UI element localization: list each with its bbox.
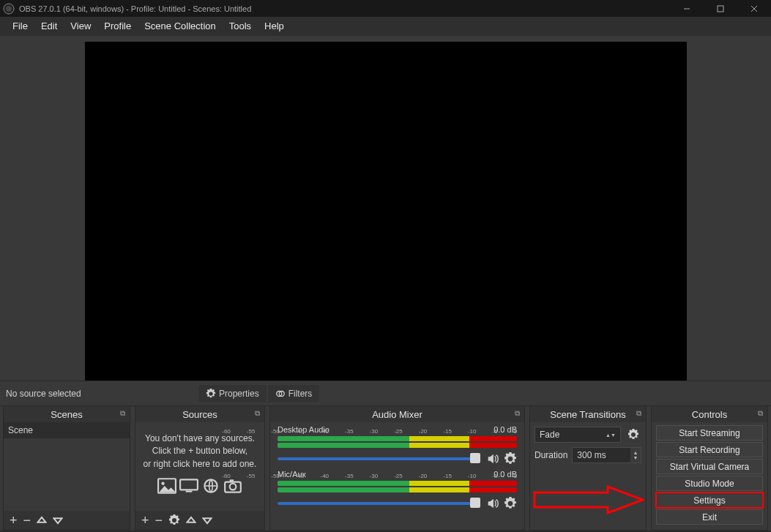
remove-scene-button[interactable]: − bbox=[23, 514, 31, 527]
start-streaming-button[interactable]: Start Streaming bbox=[656, 425, 763, 441]
sources-toolbar: + − bbox=[135, 511, 264, 530]
display-icon bbox=[179, 478, 198, 494]
scene-up-button[interactable] bbox=[37, 515, 47, 525]
menu-edit[interactable]: Edit bbox=[34, 17, 64, 36]
bottom-docks: Scenes ⧉ Scene + − Sources ⧉ You don't h… bbox=[0, 406, 771, 531]
transition-select[interactable]: Fade ▲▼ bbox=[535, 427, 621, 443]
scenes-dock: Scenes ⧉ Scene + − bbox=[3, 406, 130, 531]
menu-view[interactable]: View bbox=[64, 17, 97, 36]
sources-list[interactable]: You don't have any sources. Click the + … bbox=[135, 422, 264, 511]
svg-rect-10 bbox=[180, 480, 198, 490]
svg-rect-3 bbox=[718, 6, 723, 12]
speaker-icon[interactable] bbox=[486, 452, 499, 465]
close-button[interactable] bbox=[737, 0, 771, 17]
popout-icon[interactable]: ⧉ bbox=[758, 409, 763, 418]
gear-icon[interactable] bbox=[504, 497, 517, 510]
svg-rect-15 bbox=[230, 480, 234, 482]
menu-help[interactable]: Help bbox=[258, 17, 291, 36]
image-icon bbox=[157, 478, 176, 494]
popout-icon[interactable]: ⧉ bbox=[255, 409, 260, 418]
mixer-header: Audio Mixer ⧉ bbox=[270, 406, 524, 422]
transitions-header: Scene Transitions ⧉ bbox=[530, 406, 646, 422]
source-toolbar: No source selected Properties Filters bbox=[0, 381, 771, 406]
controls-header: Controls ⧉ bbox=[652, 406, 767, 422]
duration-spinbox[interactable]: 300 ms ▲▼ bbox=[572, 447, 641, 463]
scenes-toolbar: + − bbox=[4, 511, 130, 530]
transitions-dock: Scene Transitions ⧉ Fade ▲▼ Duration 300… bbox=[529, 406, 647, 531]
source-down-button[interactable] bbox=[202, 515, 212, 525]
add-source-button[interactable]: + bbox=[141, 514, 149, 527]
maximize-button[interactable] bbox=[704, 0, 737, 17]
add-scene-button[interactable]: + bbox=[10, 514, 18, 527]
menu-file[interactable]: File bbox=[6, 17, 34, 36]
preview-canvas[interactable] bbox=[85, 42, 687, 381]
duration-label: Duration bbox=[535, 450, 567, 460]
menu-bar: File Edit View Profile Scene Collection … bbox=[0, 17, 771, 36]
svg-point-14 bbox=[230, 484, 236, 490]
filters-label: Filters bbox=[288, 389, 313, 399]
menu-profile[interactable]: Profile bbox=[97, 17, 138, 36]
speaker-icon[interactable] bbox=[486, 497, 499, 510]
vu-meter: -60-55-50-45-40-35-30-25-20-15-10-50 bbox=[278, 481, 517, 494]
volume-slider[interactable] bbox=[278, 457, 480, 460]
filters-button[interactable]: Filters bbox=[267, 384, 321, 403]
minimize-button[interactable] bbox=[670, 0, 704, 17]
preview-area bbox=[0, 36, 771, 381]
audio-mixer-dock: Audio Mixer ⧉ Desktop Audio 0.0 dB -60-5… bbox=[269, 406, 525, 531]
annotation-arrow bbox=[533, 485, 644, 514]
source-properties-button[interactable] bbox=[168, 514, 180, 526]
spin-buttons[interactable]: ▲▼ bbox=[630, 448, 641, 462]
source-up-button[interactable] bbox=[186, 515, 196, 525]
gear-icon[interactable] bbox=[504, 452, 517, 465]
no-source-label: No source selected bbox=[0, 389, 198, 399]
popout-icon[interactable]: ⧉ bbox=[636, 409, 641, 418]
studio-mode-button[interactable]: Studio Mode bbox=[656, 476, 763, 491]
vu-meter: -60-55-50-45-40-35-30-25-20-15-10-50 bbox=[278, 436, 517, 449]
settings-button[interactable]: Settings bbox=[656, 492, 763, 508]
svg-point-9 bbox=[161, 482, 164, 485]
scene-list-item[interactable]: Scene bbox=[4, 422, 130, 438]
scenes-header: Scenes ⧉ bbox=[4, 406, 130, 422]
properties-button[interactable]: Properties bbox=[198, 384, 267, 403]
window-titlebar: OBS 27.0.1 (64-bit, windows) - Profile: … bbox=[0, 0, 771, 17]
menu-tools[interactable]: Tools bbox=[223, 17, 258, 36]
start-virtual-camera-button[interactable]: Start Virtual Camera bbox=[656, 459, 763, 474]
sources-dock: Sources ⧉ You don't have any sources. Cl… bbox=[135, 406, 265, 531]
camera-icon bbox=[223, 478, 242, 494]
mixer-track-mic-aux: Mic/Aux 0.0 dB -60-55-50-45-40-35-30-25-… bbox=[270, 467, 524, 512]
sources-header: Sources ⧉ bbox=[135, 406, 264, 422]
chevron-updown-icon: ▲▼ bbox=[606, 432, 616, 438]
start-recording-button[interactable]: Start Recording bbox=[656, 442, 763, 457]
popout-icon[interactable]: ⧉ bbox=[515, 409, 520, 418]
svg-point-1 bbox=[6, 6, 12, 12]
mixer-track-desktop-audio: Desktop Audio 0.0 dB -60-55-50-45-40-35-… bbox=[270, 422, 524, 467]
properties-label: Properties bbox=[219, 389, 259, 399]
svg-rect-11 bbox=[186, 491, 193, 492]
obs-app-icon bbox=[3, 3, 15, 15]
transition-properties-button[interactable] bbox=[625, 427, 641, 443]
remove-source-button[interactable]: − bbox=[155, 514, 163, 527]
volume-slider[interactable] bbox=[278, 502, 480, 505]
filters-icon bbox=[275, 389, 286, 399]
scene-down-button[interactable] bbox=[53, 515, 63, 525]
globe-icon bbox=[201, 478, 220, 494]
gear-icon bbox=[206, 389, 216, 399]
menu-scene-collection[interactable]: Scene Collection bbox=[138, 17, 223, 36]
exit-button[interactable]: Exit bbox=[656, 509, 763, 525]
popout-icon[interactable]: ⧉ bbox=[120, 409, 125, 418]
sources-drop-icons bbox=[135, 478, 264, 494]
window-title: OBS 27.0.1 (64-bit, windows) - Profile: … bbox=[19, 4, 670, 13]
controls-dock: Controls ⧉ Start Streaming Start Recordi… bbox=[651, 406, 768, 531]
